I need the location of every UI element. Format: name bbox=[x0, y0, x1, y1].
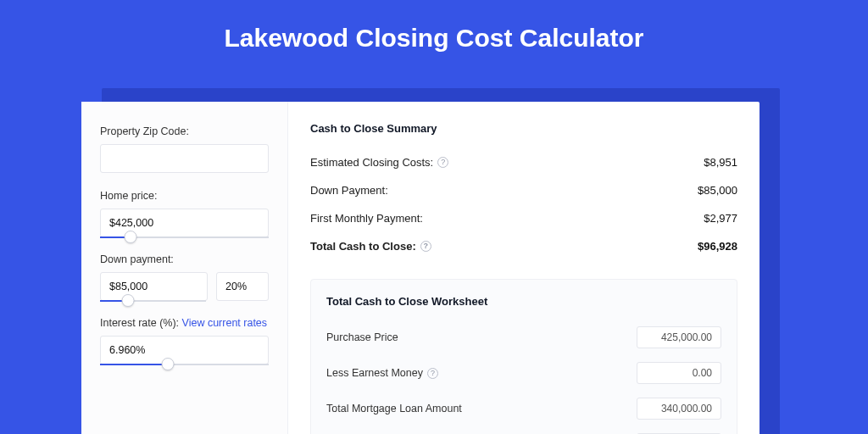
interest-label-text: Interest rate (%): bbox=[100, 317, 182, 329]
summary-value: $2,977 bbox=[704, 212, 737, 225]
summary-value: $96,928 bbox=[698, 240, 737, 253]
summary-value: $8,951 bbox=[704, 156, 737, 169]
down-payment-input[interactable] bbox=[100, 272, 208, 301]
slider-thumb[interactable] bbox=[161, 358, 174, 370]
slider-thumb[interactable] bbox=[121, 294, 134, 307]
down-payment-field: Down payment: bbox=[100, 253, 269, 301]
summary-value: $85,000 bbox=[698, 184, 737, 197]
summary-label: First Monthly Payment: bbox=[310, 212, 423, 225]
worksheet-label: Total Mortgage Loan Amount bbox=[326, 403, 462, 415]
interest-field: Interest rate (%): View current rates bbox=[100, 317, 269, 364]
worksheet-label: Purchase Price bbox=[326, 331, 398, 343]
summary-label: Total Cash to Close: bbox=[310, 240, 416, 253]
zip-label: Property Zip Code: bbox=[100, 125, 269, 137]
view-rates-link[interactable]: View current rates bbox=[182, 317, 268, 329]
worksheet-value[interactable]: 340,000.00 bbox=[637, 398, 721, 420]
worksheet-value[interactable]: 425,000.00 bbox=[637, 326, 721, 348]
help-icon[interactable]: ? bbox=[420, 241, 431, 252]
zip-input[interactable] bbox=[100, 144, 269, 173]
help-icon[interactable]: ? bbox=[437, 157, 448, 168]
help-icon[interactable]: ? bbox=[427, 368, 438, 379]
down-payment-pct-input[interactable] bbox=[216, 272, 269, 301]
home-price-field: Home price: bbox=[100, 190, 269, 237]
down-payment-label: Down payment: bbox=[100, 253, 269, 265]
worksheet-row-purchase-price: Purchase Price 425,000.00 bbox=[326, 320, 721, 355]
summary-label: Estimated Closing Costs: bbox=[310, 156, 433, 169]
slider-thumb[interactable] bbox=[124, 231, 136, 243]
summary-title: Cash to Close Summary bbox=[310, 122, 737, 135]
inputs-panel: Property Zip Code: Home price: Down paym… bbox=[81, 102, 288, 434]
summary-row-total: Total Cash to Close: ? $96,928 bbox=[310, 232, 737, 260]
page-title: Lakewood Closing Cost Calculator bbox=[0, 0, 868, 73]
worksheet-row-mortgage-loan: Total Mortgage Loan Amount 340,000.00 bbox=[326, 391, 721, 426]
worksheet-panel: Total Cash to Close Worksheet Purchase P… bbox=[310, 279, 737, 434]
summary-row-closing-costs: Estimated Closing Costs: ? $8,951 bbox=[310, 148, 737, 176]
summary-label: Down Payment: bbox=[310, 184, 388, 197]
worksheet-label: Less Earnest Money bbox=[326, 367, 423, 379]
summary-row-first-payment: First Monthly Payment: $2,977 bbox=[310, 204, 737, 232]
interest-input[interactable] bbox=[100, 336, 269, 364]
worksheet-row-earnest-money: Less Earnest Money ? 0.00 bbox=[326, 355, 721, 391]
calculator-card: Property Zip Code: Home price: Down paym… bbox=[81, 102, 760, 434]
results-panel: Cash to Close Summary Estimated Closing … bbox=[288, 102, 760, 434]
slider-fill bbox=[100, 364, 168, 365]
worksheet-row-second-mortgage: Total Second Mortgage Amount ? bbox=[326, 426, 721, 434]
summary-row-down-payment: Down Payment: $85,000 bbox=[310, 176, 737, 204]
interest-label: Interest rate (%): View current rates bbox=[100, 317, 269, 329]
home-price-label: Home price: bbox=[100, 190, 269, 202]
worksheet-value[interactable]: 0.00 bbox=[637, 362, 721, 384]
worksheet-title: Total Cash to Close Worksheet bbox=[326, 295, 721, 308]
zip-field: Property Zip Code: bbox=[100, 125, 269, 173]
